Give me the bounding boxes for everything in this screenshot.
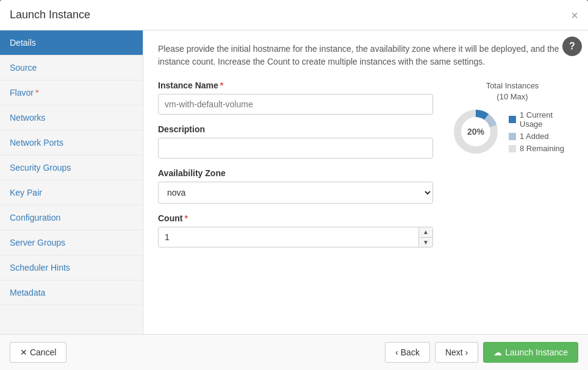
legend-item-remaining: 8 Remaining (509, 144, 573, 153)
sidebar-item-flavor[interactable]: Flavor* (0, 80, 143, 105)
legend-color-remaining (509, 145, 516, 152)
modal-title: Launch Instance (10, 9, 90, 21)
cancel-button[interactable]: ✕ Cancel (10, 342, 66, 363)
sidebar-item-networks[interactable]: Networks (0, 105, 143, 130)
sidebar-item-configuration[interactable]: Configuration (0, 205, 143, 230)
sidebar-item-scheduler-hints[interactable]: Scheduler Hints (0, 255, 143, 280)
description-label: Description (158, 124, 433, 134)
legend-color-added (509, 133, 516, 140)
count-input[interactable] (159, 227, 418, 247)
main-content: ? Please provide the initial hostname fo… (143, 30, 588, 334)
back-button[interactable]: ‹ Back (385, 342, 430, 363)
launch-instance-button[interactable]: ☁ Launch Instance (483, 342, 578, 363)
availability-zone-group: Availability Zone nova Any Availability … (158, 168, 433, 204)
sidebar-item-network-ports[interactable]: Network Ports (0, 130, 143, 155)
donut-percent-label: 20% (467, 127, 484, 137)
sidebar-item-details[interactable]: Details (0, 30, 143, 55)
description-input[interactable] (158, 138, 433, 158)
donut-chart: 20% (451, 107, 500, 156)
footer-actions: ‹ Back Next › ☁ Launch Instance (385, 342, 578, 363)
sidebar-item-server-groups[interactable]: Server Groups (0, 230, 143, 255)
donut-area: 20% 1 Current Usage 1 Added (451, 107, 573, 156)
modal-body: Details Source Flavor* Networks Network … (0, 30, 588, 334)
modal-footer: ✕ Cancel ‹ Back Next › ☁ Launch Instance (0, 334, 588, 370)
sidebar: Details Source Flavor* Networks Network … (0, 30, 143, 334)
sidebar-item-metadata[interactable]: Metadata (0, 280, 143, 305)
legend-color-current (509, 116, 516, 123)
form-section: Instance Name* Description Availability … (158, 80, 433, 257)
count-group: Count* ▲ ▼ (158, 213, 433, 247)
chart-title: Total Instances (10 Max) (486, 80, 539, 102)
count-label: Count* (158, 213, 433, 223)
sidebar-item-security-groups[interactable]: Security Groups (0, 155, 143, 180)
modal-overlay: Launch Instance × Details Source Flavor*… (0, 0, 588, 370)
launch-instance-modal: Launch Instance × Details Source Flavor*… (0, 0, 588, 370)
count-increment-button[interactable]: ▲ (419, 227, 432, 238)
sidebar-item-source[interactable]: Source (0, 55, 143, 80)
instance-name-input[interactable] (158, 94, 433, 115)
chart-legend: 1 Current Usage 1 Added 8 Remaining (509, 110, 573, 153)
availability-zone-select[interactable]: nova Any Availability Zone (158, 182, 433, 204)
description-text: Please provide the initial hostname for … (158, 43, 561, 68)
instance-name-group: Instance Name* (158, 80, 433, 115)
instance-name-label: Instance Name* (158, 80, 433, 90)
next-button[interactable]: Next › (435, 342, 478, 363)
availability-zone-label: Availability Zone (158, 168, 433, 178)
content-layout: Instance Name* Description Availability … (158, 80, 573, 257)
close-button[interactable]: × (571, 9, 578, 21)
count-decrement-button[interactable]: ▼ (419, 238, 432, 247)
chart-container: Total Instances (10 Max) (451, 80, 573, 156)
count-spinner: ▲ ▼ (158, 227, 433, 247)
help-button[interactable]: ? (562, 37, 582, 56)
chart-section: Total Instances (10 Max) (451, 80, 573, 257)
description-group: Description (158, 124, 433, 158)
launch-cloud-icon: ☁ (493, 347, 502, 357)
modal-header: Launch Instance × (0, 0, 588, 30)
legend-item-current: 1 Current Usage (509, 110, 573, 129)
legend-item-added: 1 Added (509, 132, 573, 141)
sidebar-item-key-pair[interactable]: Key Pair (0, 180, 143, 205)
